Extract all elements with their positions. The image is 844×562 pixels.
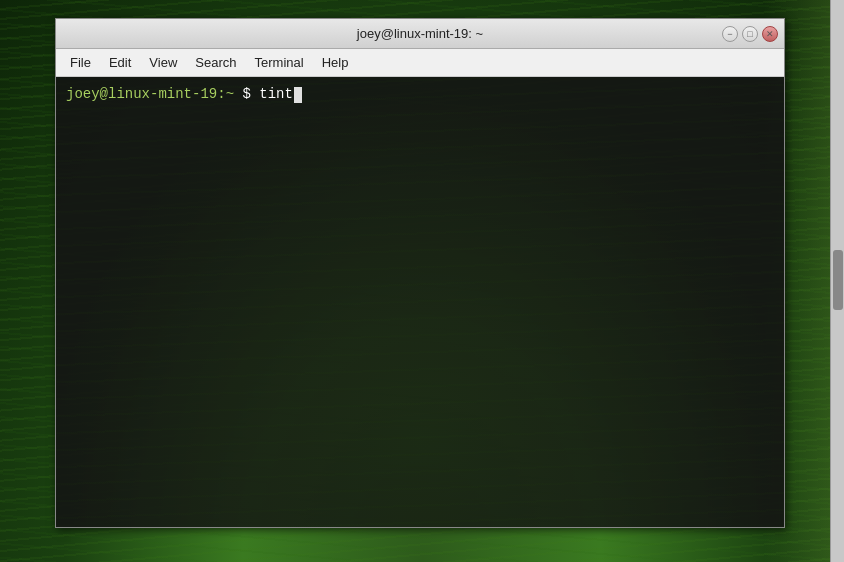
minimize-icon: − [727,29,732,39]
terminal-window: joey@linux-mint-19: ~ − □ ✕ File Edit Vi… [55,18,785,528]
desktop-scrollbar-thumb[interactable] [833,250,843,310]
desktop-scrollbar[interactable] [830,0,844,562]
minimize-button[interactable]: − [722,26,738,42]
menu-item-file[interactable]: File [62,52,99,73]
menu-item-edit[interactable]: Edit [101,52,139,73]
title-bar: joey@linux-mint-19: ~ − □ ✕ [56,19,784,49]
menu-bar: File Edit View Search Terminal Help [56,49,784,77]
close-button[interactable]: ✕ [762,26,778,42]
maximize-button[interactable]: □ [742,26,758,42]
window-title: joey@linux-mint-19: ~ [357,26,483,41]
terminal-prompt-symbol: $ [234,85,259,105]
terminal-bg-effect [56,77,784,527]
terminal-cursor [294,87,302,103]
menu-item-search[interactable]: Search [187,52,244,73]
terminal-command-line: joey@linux-mint-19:~ $ tint [66,85,774,105]
close-icon: ✕ [766,29,774,39]
terminal-command-text: tint [259,85,293,105]
menu-item-terminal[interactable]: Terminal [247,52,312,73]
menu-item-help[interactable]: Help [314,52,357,73]
window-controls: − □ ✕ [722,26,778,42]
terminal-prompt-user: joey@linux-mint-19:~ [66,85,234,105]
maximize-icon: □ [747,29,752,39]
menu-item-view[interactable]: View [141,52,185,73]
terminal-content[interactable]: joey@linux-mint-19:~ $ tint [56,77,784,527]
